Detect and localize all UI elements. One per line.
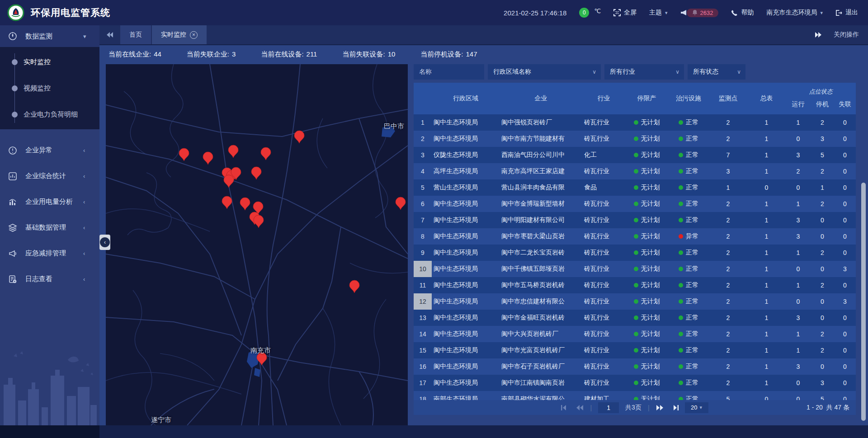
org-dropdown[interactable]: 南充市生态环境局 ▾ bbox=[766, 9, 823, 17]
help-button[interactable]: 帮助 bbox=[731, 9, 754, 17]
sidebar-item-base-data[interactable]: 基础数据管理 ‹ bbox=[0, 215, 99, 240]
table-row[interactable]: 10阆中生态环境局阆中千佛镇五郎垭页岩砖瓦行业无计划正常21003 bbox=[414, 261, 856, 277]
table-row[interactable]: 4高坪生态环境局南充市高坪区王家店建砖瓦行业无计划正常31220 bbox=[414, 163, 856, 179]
cell-total-meter: 0 bbox=[747, 391, 786, 400]
table-row[interactable]: 6阆中生态环境局阆中市金博瑞新型墙材砖瓦行业无计划正常21120 bbox=[414, 196, 856, 212]
city-skyline-decoration bbox=[0, 346, 99, 425]
tab-realtime-monitor[interactable]: 实时监控 ✕ bbox=[152, 25, 207, 44]
cell-running: 0 bbox=[786, 261, 811, 277]
table-row[interactable]: 18南部生态环境局南部县砌华水泥有限公建材加工无计划正常50050 bbox=[414, 391, 856, 400]
cell-lost: 0 bbox=[834, 310, 856, 326]
cell-industry: 砖瓦行业 bbox=[582, 342, 625, 358]
map-pin-icon[interactable] bbox=[224, 175, 234, 188]
page-number-input[interactable]: 1 bbox=[598, 402, 619, 413]
tab-home[interactable]: 首页 bbox=[120, 25, 151, 44]
cell-total-meter: 1 bbox=[747, 212, 786, 228]
scrollbar-thumb[interactable] bbox=[861, 183, 866, 421]
tabs-scroll-right-button[interactable] bbox=[815, 32, 822, 38]
table-row[interactable]: 11阆中生态环境局阆中市五马桥页岩机砖砖瓦行业无计划正常21120 bbox=[414, 277, 856, 293]
status-dot-icon bbox=[634, 267, 638, 271]
chevron-down-icon: ▾ bbox=[665, 10, 668, 16]
table-row[interactable]: 12阆中生态环境局阆中市忠信建材有限公砖瓦行业无计划正常21003 bbox=[414, 293, 856, 310]
cell-pollution-facility: 正常 bbox=[668, 114, 709, 131]
tabs-scroll-left-button[interactable] bbox=[99, 25, 120, 44]
next-page-button[interactable] bbox=[656, 405, 664, 410]
map-city-label: 巴中市 bbox=[384, 122, 404, 131]
cell-industry: 砖瓦行业 bbox=[582, 196, 625, 212]
cell-industry: 砖瓦行业 bbox=[582, 212, 625, 228]
chevron-left-icon: ‹ bbox=[83, 173, 99, 179]
logout-button[interactable]: 退出 bbox=[835, 9, 858, 17]
sidebar-item-enterprise-statistics[interactable]: 企业综合统计 ‹ bbox=[0, 163, 99, 189]
notification-badge[interactable]: 2632 bbox=[687, 9, 719, 17]
help-label: 帮助 bbox=[741, 9, 754, 17]
close-operations-button[interactable]: 关闭操作 bbox=[834, 31, 859, 39]
map-pin-icon[interactable] bbox=[203, 152, 213, 165]
map-pin-icon[interactable] bbox=[240, 198, 250, 210]
last-page-button[interactable] bbox=[670, 405, 679, 410]
map-pin-icon[interactable] bbox=[261, 147, 271, 160]
cell-production-limit: 无计划 bbox=[625, 310, 668, 326]
bottom-strip bbox=[0, 425, 868, 438]
sidebar-item-label: 基础数据管理 bbox=[25, 223, 83, 232]
map-pin-icon[interactable] bbox=[251, 167, 261, 179]
map-panel[interactable]: 巴中市南充市遂宁市 bbox=[106, 64, 408, 425]
cell-region: 阆中生态环境局 bbox=[432, 342, 500, 358]
region-select[interactable]: 行政区域名称 ∨ bbox=[488, 64, 601, 80]
cell-region: 阆中生态环境局 bbox=[432, 131, 500, 147]
sidebar-item-log-view[interactable]: 日志查看 ‹ bbox=[0, 266, 99, 292]
page-size-select[interactable]: 20 ▾ bbox=[685, 402, 708, 413]
status-dot-icon bbox=[679, 137, 683, 141]
close-icon[interactable]: ✕ bbox=[190, 31, 198, 39]
map-pin-icon[interactable] bbox=[349, 280, 359, 293]
fullscreen-button[interactable]: 全屏 bbox=[613, 9, 637, 17]
cell-pollution-facility: 正常 bbox=[668, 163, 709, 179]
map-pin-icon[interactable] bbox=[396, 197, 406, 210]
table-row[interactable]: 14阆中生态环境局阆中大兴页岩机砖厂砖瓦行业无计划正常21120 bbox=[414, 326, 856, 342]
cell-running: 1 bbox=[786, 326, 811, 342]
first-page-button[interactable] bbox=[561, 405, 569, 410]
cell-region: 阆中生态环境局 bbox=[432, 196, 500, 212]
table-row[interactable]: 17阆中生态环境局阆中市江南镇阆南页岩砖瓦行业无计划正常21030 bbox=[414, 375, 856, 391]
record-range-label: 1 - 20 共 47 条 bbox=[807, 404, 849, 412]
table-row[interactable]: 13阆中生态环境局阆中市金福旺页岩机砖砖瓦行业无计划正常21300 bbox=[414, 310, 856, 326]
cell-monitor-points: 2 bbox=[709, 261, 747, 277]
sidebar-item-video-monitor[interactable]: 视频监控 bbox=[0, 75, 99, 101]
sidebar-item-emergency-reduction[interactable]: 应急减排管理 ‹ bbox=[0, 240, 99, 266]
submenu-label: 企业电力负荷明细 bbox=[24, 110, 78, 119]
sidebar-collapse-handle[interactable]: ‹ bbox=[99, 235, 110, 250]
theme-dropdown[interactable]: 主题 ▾ bbox=[649, 9, 668, 17]
table-row[interactable]: 16阆中生态环境局阆中市石子页岩机砖厂砖瓦行业无计划正常21300 bbox=[414, 358, 856, 375]
status-dot-icon bbox=[634, 137, 638, 141]
table-row[interactable]: 1阆中生态环境局阆中强锐页岩砖厂砖瓦行业无计划正常21120 bbox=[414, 114, 856, 131]
cell-pollution-facility: 正常 bbox=[668, 212, 709, 228]
table-row[interactable]: 7阆中生态环境局阆中明阳建材有限公司砖瓦行业无计划正常21300 bbox=[414, 212, 856, 228]
sidebar-item-enterprise-abnormal[interactable]: 企业异常 ‹ bbox=[0, 137, 99, 163]
map-pin-icon[interactable] bbox=[228, 145, 238, 158]
table-row[interactable]: 3仪陇生态环境局西南油气田分公司川中化工无计划正常71350 bbox=[414, 147, 856, 163]
table-row[interactable]: 15阆中生态环境局阆中市光富页岩机砖厂砖瓦行业无计划正常21120 bbox=[414, 342, 856, 358]
sidebar-item-realtime-monitor[interactable]: 实时监控 bbox=[0, 49, 99, 75]
prev-page-button[interactable] bbox=[576, 405, 584, 410]
table-row[interactable]: 9阆中生态环境局阆中市二龙长宝页岩砖砖瓦行业无计划正常21120 bbox=[414, 245, 856, 261]
industry-select[interactable]: 所有行业 ∨ bbox=[604, 64, 684, 80]
map-city-label: 遂宁市 bbox=[151, 416, 171, 424]
enterprise-table: 行政区域 企业 行业 停限产 治污设施 监测点 总表 运行 停机 失联 点位状态… bbox=[414, 83, 856, 400]
table-row[interactable]: 8阆中生态环境局阆中市枣碧大梁山页岩砖瓦行业无计划异常21300 bbox=[414, 228, 856, 245]
name-search-input[interactable]: 名称 bbox=[414, 64, 484, 80]
table-row[interactable]: 2阆中生态环境局阆中市南方节能建材有砖瓦行业无计划正常21030 bbox=[414, 131, 856, 147]
mute-button[interactable] bbox=[680, 9, 687, 16]
cell-pollution-facility: 正常 bbox=[668, 261, 709, 277]
sidebar-item-data-monitoring[interactable]: 数据监测 ▾ bbox=[0, 25, 99, 47]
map-pin-icon[interactable] bbox=[222, 196, 232, 209]
sidebar-item-power-load-detail[interactable]: 企业电力负荷明细 bbox=[0, 101, 99, 127]
app-header: 环保用电监管系统 2021-02-25 17:46:18 0 ℃ 全屏 主题 ▾ bbox=[0, 0, 868, 25]
map-pin-icon[interactable] bbox=[294, 131, 304, 143]
map-pin-icon[interactable] bbox=[254, 215, 264, 228]
status-dot-icon bbox=[679, 120, 683, 125]
status-select[interactable]: 所有状态 ∨ bbox=[688, 64, 745, 80]
status-dot-icon bbox=[634, 299, 638, 304]
sidebar-item-power-analysis[interactable]: 企业用电量分析 ‹ bbox=[0, 189, 99, 215]
map-pin-icon[interactable] bbox=[179, 148, 189, 161]
table-row[interactable]: 5营山生态环境局营山县润丰肉食品有限食品无计划正常10010 bbox=[414, 179, 856, 196]
